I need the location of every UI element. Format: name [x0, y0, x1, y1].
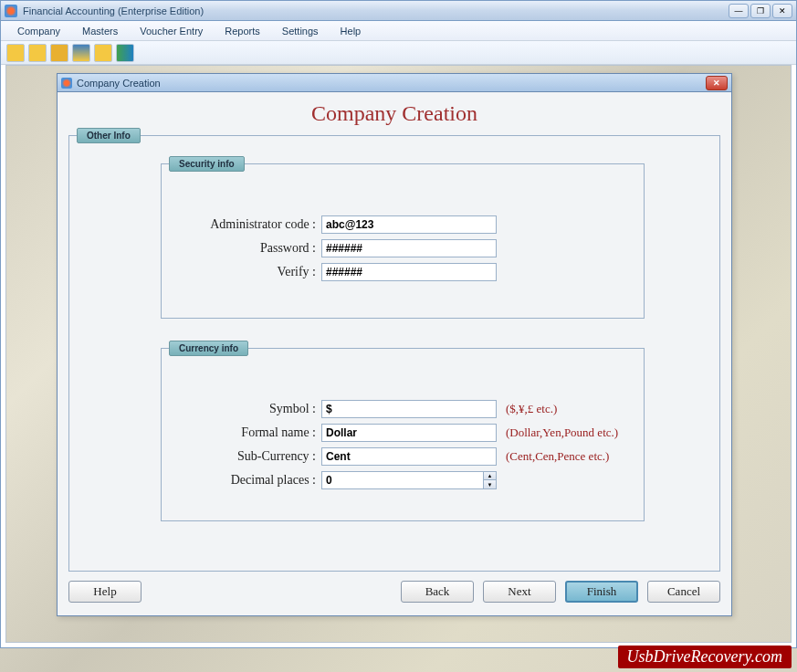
dialog-heading: Company Creation [58, 92, 731, 133]
dialog-title: Company Creation [77, 78, 161, 89]
toolbar-tag-icon[interactable] [94, 44, 112, 62]
spinner-up-icon[interactable]: ▲ [484, 472, 496, 480]
security-legend: Security info [169, 156, 245, 172]
main-titlebar: Financial Accounting (Enterprise Edition… [1, 1, 796, 21]
company-creation-dialog: Company Creation ✕ Company Creation Othe… [57, 73, 732, 616]
content-area: Company Creation ✕ Company Creation Othe… [5, 65, 792, 643]
toolbar-new-icon[interactable] [6, 44, 25, 62]
menu-reports[interactable]: Reports [214, 23, 271, 39]
verify-input[interactable] [321, 263, 497, 281]
main-window: Financial Accounting (Enterprise Edition… [0, 0, 797, 648]
spinner-down-icon[interactable]: ▼ [484, 480, 496, 488]
formal-name-hint: (Dollar,Yen,Pound etc.) [506, 425, 618, 440]
security-info-fieldset: Security info Administrator code : Passw… [161, 163, 645, 319]
currency-legend: Currency info [169, 341, 248, 356]
toolbar [1, 41, 796, 65]
dialog-button-row: Help Back Next Finish Cancel [68, 581, 720, 603]
toolbar-grid-icon[interactable] [50, 44, 68, 62]
close-button[interactable]: ✕ [772, 4, 792, 18]
cancel-button[interactable]: Cancel [647, 581, 720, 603]
minimize-button[interactable]: — [729, 4, 749, 18]
toolbar-chart-icon[interactable] [116, 44, 134, 62]
app-icon [5, 5, 17, 17]
sub-currency-hint: (Cent,Cen,Pence etc.) [506, 449, 609, 464]
other-info-panel: Other Info Security info Administrator c… [68, 135, 720, 572]
symbol-label: Symbol : [162, 402, 321, 416]
menu-settings[interactable]: Settings [271, 23, 330, 39]
password-label: Password : [162, 241, 321, 256]
toolbar-tools-icon[interactable] [72, 44, 90, 62]
password-input[interactable] [321, 239, 497, 257]
app-title: Financial Accounting (Enterprise Edition… [23, 5, 204, 16]
decimal-places-label: Decimal places : [162, 473, 321, 488]
symbol-hint: ($,¥,£ etc.) [506, 402, 557, 416]
decimal-places-value[interactable]: 0 [322, 474, 483, 487]
formal-name-input[interactable] [321, 424, 497, 442]
menu-voucher[interactable]: Voucher Entry [129, 23, 214, 39]
verify-label: Verify : [162, 265, 321, 279]
help-button[interactable]: Help [68, 581, 142, 603]
menu-masters[interactable]: Masters [71, 23, 129, 39]
sub-currency-input[interactable] [321, 447, 497, 466]
window-controls: — ❐ ✕ [729, 4, 792, 18]
symbol-input[interactable] [321, 400, 497, 418]
currency-info-fieldset: Currency info Symbol : ($,¥,£ etc.) Form… [161, 348, 645, 521]
dialog-icon [61, 78, 72, 89]
back-button[interactable]: Back [401, 581, 474, 603]
watermark: UsbDriveRecovery.com [618, 646, 792, 668]
sub-currency-label: Sub-Currency : [162, 449, 321, 464]
menu-company[interactable]: Company [6, 23, 71, 39]
menu-help[interactable]: Help [330, 23, 372, 39]
admin-code-label: Administrator code : [162, 217, 321, 232]
dialog-close-button[interactable]: ✕ [706, 76, 728, 90]
finish-button[interactable]: Finish [565, 581, 638, 603]
toolbar-edit-icon[interactable] [28, 44, 47, 62]
next-button[interactable]: Next [483, 581, 556, 603]
maximize-button[interactable]: ❐ [750, 4, 771, 18]
tab-other-info[interactable]: Other Info [77, 128, 141, 143]
dialog-titlebar: Company Creation ✕ [58, 74, 731, 92]
formal-name-label: Formal name : [162, 425, 321, 440]
menubar: Company Masters Voucher Entry Reports Se… [1, 21, 796, 41]
decimal-places-stepper[interactable]: 0 ▲ ▼ [321, 471, 497, 489]
admin-code-input[interactable] [321, 215, 497, 234]
